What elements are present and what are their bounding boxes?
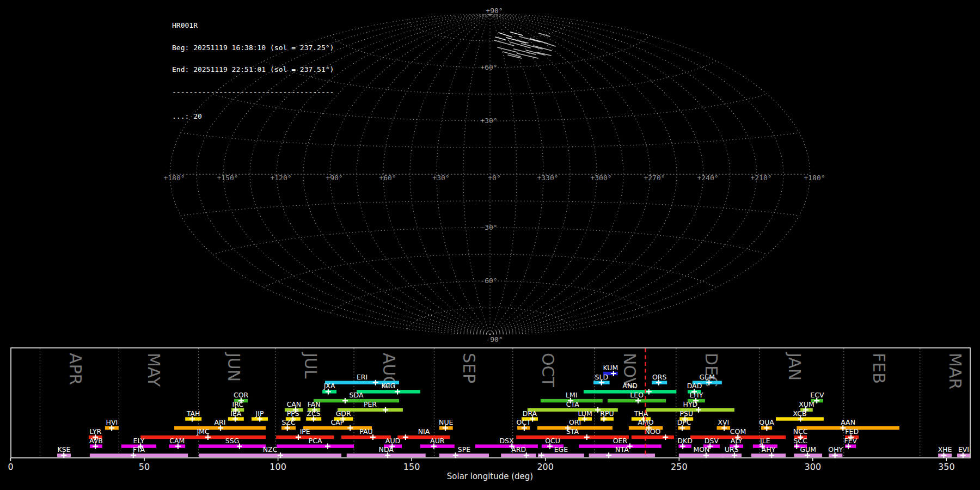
shower-label-OHY: OHY bbox=[828, 445, 843, 454]
shower-label-NTA: NTA bbox=[615, 445, 629, 454]
shower-label-NOO: NOO bbox=[645, 427, 660, 436]
shower-bar-JMC bbox=[140, 436, 266, 439]
shower-label-RPU: RPU bbox=[600, 409, 614, 418]
shower-label-ELY: ELY bbox=[133, 437, 145, 445]
shower-label-KUM: KUM bbox=[603, 364, 618, 372]
x-tick-label: 250 bbox=[671, 462, 688, 472]
x-axis-title: Solar longitude (deg) bbox=[447, 471, 533, 481]
shower-label-COM: COM bbox=[730, 427, 746, 436]
month-label: SEP bbox=[460, 353, 479, 383]
shower-label-LUM: LUM bbox=[578, 409, 592, 418]
shower-bar-AUR bbox=[420, 444, 455, 448]
shower-row-green: CORSDALMILEOEHYECV bbox=[234, 391, 824, 403]
shower-label-AUD: AUD bbox=[385, 437, 400, 445]
separator-line: -------------------------------------- bbox=[172, 88, 334, 96]
shower-label-NIA: NIA bbox=[418, 427, 430, 436]
shower-bar-URS bbox=[721, 454, 742, 457]
peak-marker-KCG bbox=[395, 389, 400, 394]
shower-bar-ARD bbox=[501, 454, 536, 457]
shower-label-JIP: JIP bbox=[255, 409, 264, 418]
shower-label-HVI: HVI bbox=[106, 418, 118, 426]
x-tick-label: 0 bbox=[8, 462, 13, 472]
month-label: FEB bbox=[869, 353, 889, 384]
peak-marker-PER bbox=[383, 407, 388, 413]
shower-label-LYR: LYR bbox=[90, 427, 102, 436]
shower-label-NUE: NUE bbox=[439, 418, 453, 426]
peak-marker-ERI bbox=[373, 380, 378, 385]
shower-label-SCC: SCC bbox=[794, 437, 808, 445]
shower-label-COR: COR bbox=[234, 391, 249, 399]
shower-label-XHE: XHE bbox=[938, 445, 952, 454]
shower-label-SPE: SPE bbox=[458, 445, 470, 454]
end-time: End: 20251119 22:51:01 (sol = 237.51°) bbox=[172, 66, 334, 74]
shower-label-GUM: GUM bbox=[800, 445, 816, 454]
month-label: MAY bbox=[144, 353, 163, 387]
shower-label-CAM: CAM bbox=[169, 437, 185, 445]
shower-label-JMC: JMC bbox=[196, 427, 209, 436]
shower-label-PSU: PSU bbox=[679, 409, 693, 418]
month-label: JUL bbox=[301, 352, 320, 379]
shower-bar-AHY bbox=[751, 454, 786, 457]
shower-label-DSX: DSX bbox=[499, 437, 514, 445]
x-tick-label: 150 bbox=[403, 462, 420, 472]
month-label: APR bbox=[66, 353, 85, 385]
shower-label-AVB: AVB bbox=[89, 437, 103, 445]
x-tick-label: 300 bbox=[805, 462, 822, 472]
shower-label-XCB: XCB bbox=[793, 409, 807, 418]
shower-label-NDA: NDA bbox=[379, 445, 394, 454]
shower-label-KCG: KCG bbox=[381, 382, 395, 390]
month-label: OCT bbox=[538, 353, 558, 388]
shower-label-URS: URS bbox=[725, 445, 739, 454]
shower-label-PAU: PAU bbox=[359, 427, 372, 436]
info-header: HR001R Beg: 20251119 16:38:10 (sol = 237… bbox=[172, 7, 334, 127]
shower-label-ARI: ARI bbox=[215, 418, 226, 426]
shower-bar-NZC bbox=[199, 454, 341, 457]
peak-marker-EGE bbox=[539, 452, 544, 458]
station-id: HR001R bbox=[172, 22, 334, 29]
shower-label-NZC: NZC bbox=[263, 445, 278, 454]
shower-bar-FTA bbox=[90, 454, 188, 457]
shower-bar-STA bbox=[516, 436, 629, 439]
x-tick-label: 50 bbox=[139, 462, 150, 472]
shower-label-CTA: CTA bbox=[566, 400, 579, 408]
shower-label-ARD: ARD bbox=[511, 445, 526, 454]
shower-bar-PAU bbox=[341, 436, 391, 439]
meteor-count: ...: 20 bbox=[172, 113, 334, 120]
shower-label-ERI: ERI bbox=[357, 373, 367, 381]
shower-bar-PCA bbox=[277, 444, 354, 448]
shower-label-ORS: ORS bbox=[652, 373, 667, 381]
shower-label-XUM: XUM bbox=[799, 400, 814, 408]
shower-label-ECV: ECV bbox=[810, 391, 824, 399]
shower-label-FED: FED bbox=[845, 427, 859, 436]
shower-label-DKD: DKD bbox=[677, 437, 692, 445]
shower-label-IEA: IEA bbox=[230, 409, 242, 418]
shower-label-GEM: GEM bbox=[700, 373, 715, 381]
shower-label-DAD: DAD bbox=[687, 382, 702, 390]
shower-label-HYD: HYD bbox=[683, 400, 698, 408]
shower-label-FEV: FEV bbox=[844, 437, 857, 445]
shower-label-ORI: ORI bbox=[569, 418, 581, 426]
x-tick-label: 350 bbox=[938, 462, 955, 472]
peak-marker-NIA bbox=[403, 434, 408, 440]
shower-label-OCU: OCU bbox=[545, 437, 560, 445]
shower-label-SLD: SLD bbox=[595, 373, 609, 381]
shower-label-SZC: SZC bbox=[281, 418, 295, 426]
shower-label-EVI: EVI bbox=[958, 445, 969, 454]
shower-label-MON: MON bbox=[694, 445, 710, 454]
shower-label-CAP: CAP bbox=[330, 418, 344, 426]
peak-marker-STA bbox=[584, 434, 590, 440]
shower-bar-DSX bbox=[475, 444, 538, 448]
shower-label-PER: PER bbox=[364, 400, 377, 408]
month-label: JAN bbox=[785, 352, 804, 381]
shower-label-CAN: CAN bbox=[286, 400, 301, 408]
begin-time: Beg: 20251119 16:38:10 (sol = 237.25°) bbox=[172, 44, 334, 52]
shower-label-SDA: SDA bbox=[350, 391, 364, 399]
shower-label-LEO: LEO bbox=[630, 391, 644, 399]
shower-label-FAN: FAN bbox=[308, 400, 321, 408]
month-label: JUN bbox=[224, 352, 243, 382]
shower-label-DRA: DRA bbox=[523, 409, 537, 418]
shower-label-IPE: IPE bbox=[300, 427, 310, 436]
peak-marker-NZC bbox=[278, 452, 283, 458]
shower-bar-MON bbox=[679, 454, 725, 457]
peak-marker-CAP bbox=[347, 425, 353, 431]
